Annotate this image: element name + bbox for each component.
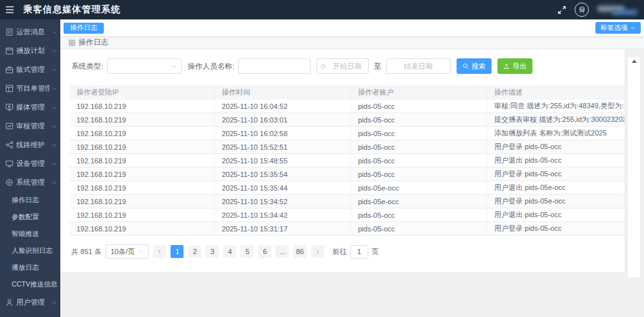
chevron-down-icon — [52, 161, 57, 167]
fullscreen-icon[interactable] — [558, 6, 566, 14]
sidebar-item-device-mgmt[interactable]: 设备管理 — [0, 154, 60, 173]
cell-account: pids-05-occ — [350, 222, 486, 235]
cell-ip: 192.168.10.219 — [69, 168, 214, 180]
sidebar-subitem-label: CCTV推送信息 — [12, 280, 58, 289]
table-row: 192.168.10.219 2025-11-10 15:34:52 pids-… — [69, 195, 625, 209]
goto-label: 前往 — [333, 247, 347, 257]
filter-bar: 系统类型: 操作人员名称: 至 搜索 导出 — [60, 58, 625, 75]
system-type-select[interactable] — [107, 58, 182, 74]
page-button-6[interactable]: 6 — [258, 245, 271, 258]
cell-description: 审核:同意 描述为:255,id为:48349,类型为:播放列表 — [486, 100, 625, 112]
end-date-input[interactable] — [386, 58, 451, 74]
cell-description: 提交播表审核 描述为:255,id为:300023203 — [486, 113, 625, 126]
cell-time: 2025-11-10 15:34:42 — [214, 209, 350, 221]
chevron-down-icon — [52, 67, 57, 73]
cell-account: pids-05-occ — [350, 209, 486, 221]
table-header: 操作者登陆IP 操作时间 操作者账户 操作描述 — [69, 85, 625, 100]
sidebar-item-system-mgmt[interactable]: 系统管理 — [0, 173, 60, 192]
search-button[interactable]: 搜索 — [457, 58, 492, 74]
app-header: 乘客信息媒体管理系统 — [0, 0, 644, 19]
sidebar-item-layout-mgmt[interactable]: 版式管理 — [0, 60, 60, 79]
header-right — [558, 3, 644, 17]
page-ellipsis[interactable]: ... — [276, 245, 289, 258]
search-button-label: 搜索 — [471, 62, 486, 71]
sidebar-subitem[interactable]: 播放日志 — [0, 259, 60, 276]
sidebar-item-line-maintenance[interactable]: 线路维护 — [0, 135, 60, 154]
breadcrumb-label: 操作日志 — [78, 38, 108, 47]
next-page-button[interactable] — [311, 245, 324, 258]
sidebar-subitem[interactable]: 人脸识别日志 — [0, 242, 60, 259]
search-icon — [462, 63, 469, 69]
sidebar-subitem[interactable]: 参数配置 — [0, 209, 60, 226]
chevron-right-icon — [315, 249, 320, 254]
cell-time: 2025-11-10 16:03:01 — [214, 113, 350, 126]
main-area: 操作日志 标签选项 操作日志 系统类型: 操作人员名称: 至 — [60, 19, 644, 317]
page-size-value: 10条/页 — [110, 247, 134, 257]
sidebar-subitem[interactable]: CCTV推送信息 — [0, 276, 60, 293]
sidebar-item-review-mgmt[interactable]: 审核管理 — [0, 117, 60, 135]
scroll-up-arrow-icon[interactable] — [632, 60, 637, 63]
gear-icon — [5, 178, 14, 187]
operator-name-input[interactable] — [238, 58, 311, 74]
username-redacted[interactable] — [597, 5, 638, 15]
start-date-input[interactable] — [316, 58, 369, 74]
cell-account: pids-05-occ — [350, 100, 486, 112]
tab-operation-log[interactable]: 操作日志 — [64, 23, 104, 34]
table-row: 192.168.10.219 2025-11-10 15:34:42 pids-… — [69, 209, 625, 222]
document-icon — [5, 28, 14, 36]
table-row: 192.168.10.219 2025-11-10 15:35:54 pids-… — [69, 168, 625, 182]
app-title: 乘客信息媒体管理系统 — [23, 4, 121, 16]
cell-account: pids-05-occ — [350, 113, 486, 126]
chevron-down-icon — [52, 30, 57, 35]
total-count-label: 共 851 条 — [71, 247, 101, 257]
date-range-separator: 至 — [374, 62, 381, 71]
page-button-2[interactable]: 2 — [188, 245, 201, 258]
cell-account: pids-05-occ — [350, 154, 486, 167]
cell-ip: 192.168.10.219 — [69, 209, 214, 221]
sidebar-item-media-mgmt[interactable]: 媒体管理 — [0, 98, 60, 117]
chevron-down-icon — [630, 25, 636, 30]
cell-description: 用户登录 pids-05e-occ — [486, 195, 625, 207]
tag-options-button[interactable]: 标签选项 — [595, 22, 641, 34]
page-button-86[interactable]: 86 — [293, 245, 306, 258]
media-monitor-icon — [5, 103, 14, 112]
chevron-down-icon — [52, 143, 57, 148]
system-type-label: 系统类型: — [71, 62, 103, 71]
export-button[interactable]: 导出 — [497, 58, 532, 74]
sidebar-item-program-list-mgmt[interactable]: 节目单管理 — [0, 79, 60, 98]
cell-time: 2025-11-10 16:02:58 — [214, 127, 350, 139]
page-button-1[interactable]: 1 — [171, 245, 184, 258]
sidebar-subitem[interactable]: 智能推送 — [0, 226, 60, 242]
cell-ip: 192.168.10.219 — [69, 222, 214, 235]
scrollbar[interactable] — [628, 57, 640, 277]
sidebar-item-label: 系统管理 — [16, 178, 49, 187]
tag-options-label: 标签选项 — [601, 23, 628, 32]
page-button-4[interactable]: 4 — [223, 245, 236, 258]
chevron-down-icon — [52, 105, 57, 110]
page-button-3[interactable]: 3 — [206, 245, 219, 258]
train-avatar-icon[interactable] — [575, 3, 589, 17]
sidebar-item-operation-news[interactable]: 运营消息 — [0, 23, 60, 41]
page-size-select[interactable]: 10条/页 — [106, 244, 149, 259]
tab-bar: 操作日志 标签选项 — [60, 19, 644, 36]
cell-time: 2025-11-10 15:34:52 — [214, 195, 350, 207]
system-submenu: 操作日志 参数配置 智能推送 人脸识别日志 播放日志 CCTV推送信息 — [0, 192, 60, 293]
page-button-5[interactable]: 5 — [241, 245, 254, 258]
device-monitor-icon — [5, 159, 14, 168]
end-date-field[interactable] — [390, 62, 447, 70]
goto-page-input[interactable] — [350, 245, 368, 259]
sidebar-subitem[interactable]: 操作日志 — [0, 192, 60, 209]
sidebar-subitem-label: 操作日志 — [12, 196, 39, 205]
prev-page-button[interactable] — [153, 245, 166, 258]
table-row: 192.168.10.219 2025-11-10 15:35:44 pids-… — [69, 182, 625, 195]
sidebar-subitem-label: 播放日志 — [12, 263, 39, 272]
cell-account: pids-05-occ — [350, 168, 486, 180]
hamburger-icon[interactable] — [0, 0, 19, 19]
sidebar-item-user-mgmt[interactable]: 用户管理 — [0, 293, 60, 312]
cell-description: 用户退出 pids-05-occ — [486, 154, 625, 167]
sidebar-item-play-plan[interactable]: 播放计划 — [0, 41, 60, 60]
cell-time: 2025-11-10 15:31:17 — [214, 222, 350, 235]
breadcrumb: 操作日志 — [60, 36, 644, 49]
table-row: 192.168.10.219 2025-11-10 15:31:17 pids-… — [69, 222, 625, 236]
start-date-field[interactable] — [329, 62, 365, 70]
